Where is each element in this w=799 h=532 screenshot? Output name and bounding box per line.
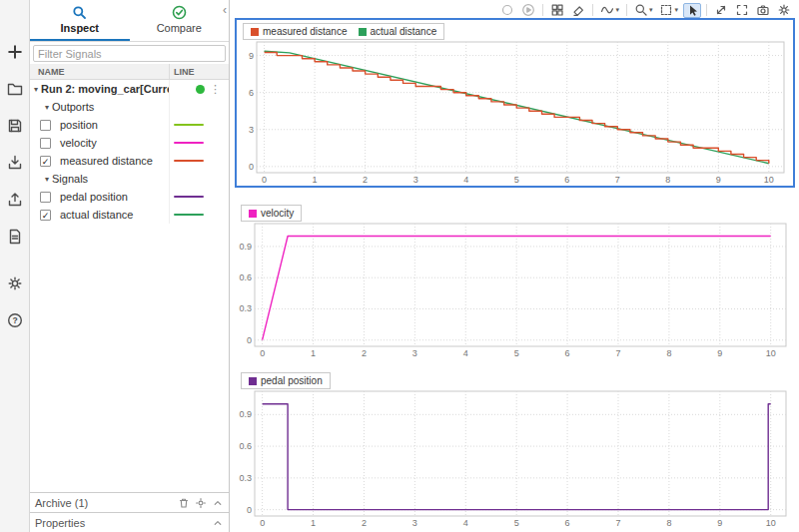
svg-text:10: 10 xyxy=(764,175,774,185)
svg-text:2: 2 xyxy=(362,348,367,358)
run-row[interactable]: ▾Run 2: moving_car[Current]⋮ xyxy=(30,80,229,98)
open-folder-icon xyxy=(6,80,24,98)
signal-checkbox[interactable] xyxy=(40,120,51,131)
legend-item[interactable]: pedal position xyxy=(249,375,323,386)
signal-row[interactable]: ✓actual distance xyxy=(30,206,229,224)
fullscreen-button[interactable] xyxy=(733,3,751,18)
signal-row[interactable]: ✓measured distance xyxy=(30,152,229,170)
signal-row[interactable]: velocity xyxy=(30,134,229,152)
run-label: Run 2: moving_car[Current] xyxy=(41,83,169,95)
chart-canvas[interactable]: 01234567891000.30.60.9 xyxy=(235,202,795,359)
legend-swatch-icon xyxy=(249,377,257,385)
signal-row[interactable]: pedal position xyxy=(30,188,229,206)
chevron-up-icon[interactable] xyxy=(212,497,224,509)
save-icon xyxy=(6,117,24,135)
help-icon: ? xyxy=(6,311,24,329)
plot-measured-vs-actual-distance[interactable]: measured distanceactual distance 0123456… xyxy=(235,18,795,188)
group-row-outports[interactable]: ▾Outports xyxy=(30,98,229,116)
signal-line-swatch xyxy=(174,160,204,162)
brush-button[interactable] xyxy=(569,3,587,18)
legend-item[interactable]: velocity xyxy=(249,208,294,219)
zoom-icon xyxy=(634,3,648,17)
preferences-gear-icon xyxy=(6,274,24,292)
filter-signals-input[interactable] xyxy=(33,45,226,62)
plot-settings-button[interactable] xyxy=(775,3,793,18)
column-header-name: NAME xyxy=(30,67,169,77)
layout-grid-icon xyxy=(550,3,564,17)
caret-down-icon[interactable]: ▾ xyxy=(34,85,38,94)
properties-label: Properties xyxy=(35,517,85,529)
svg-text:9: 9 xyxy=(717,348,722,358)
kebab-menu-icon[interactable]: ⋮ xyxy=(210,83,221,96)
caret-down-icon[interactable]: ▾ xyxy=(45,175,49,184)
snapshot-camera-icon xyxy=(756,3,770,17)
chart-canvas[interactable]: 01234567891000.30.60.9 xyxy=(235,369,795,529)
left-toolbar: ? xyxy=(0,0,30,532)
signal-checkbox[interactable]: ✓ xyxy=(40,156,51,167)
report-button[interactable] xyxy=(5,227,25,247)
signal-wave-button[interactable]: ▾ xyxy=(598,3,621,18)
add-button[interactable] xyxy=(5,42,25,62)
legend-swatch-icon xyxy=(249,210,257,218)
record-button[interactable] xyxy=(498,3,516,18)
preferences-button[interactable] xyxy=(5,273,25,293)
svg-text:4: 4 xyxy=(463,348,468,358)
save-button[interactable] xyxy=(5,116,25,136)
legend-label: velocity xyxy=(261,208,294,219)
svg-text:0: 0 xyxy=(247,505,252,515)
archive-settings-gear-icon[interactable] xyxy=(195,497,207,509)
play-icon xyxy=(521,3,535,17)
collapse-panel-chevron[interactable]: ‹ xyxy=(223,4,227,16)
signal-checkbox[interactable] xyxy=(40,138,51,149)
help-button[interactable]: ? xyxy=(5,310,25,330)
svg-text:7: 7 xyxy=(615,348,620,358)
signal-name: pedal position xyxy=(60,191,128,203)
pan-expand-icon xyxy=(714,3,728,17)
svg-text:3: 3 xyxy=(413,175,418,185)
group-label: Signals xyxy=(52,173,88,185)
pan-expand-button[interactable] xyxy=(712,3,730,18)
tab-compare[interactable]: Compare xyxy=(130,0,230,41)
signal-checkbox[interactable]: ✓ xyxy=(40,210,51,221)
tab-inspect[interactable]: Inspect xyxy=(30,0,130,41)
open-button[interactable] xyxy=(5,79,25,99)
toolbar-separator xyxy=(706,4,707,16)
snapshot-button[interactable] xyxy=(754,3,772,18)
svg-text:10: 10 xyxy=(766,348,776,358)
chevron-up-icon[interactable] xyxy=(212,517,224,529)
plot-pedal-position[interactable]: pedal position 01234567891000.30.60.9 xyxy=(235,369,795,529)
zoom-button[interactable]: ▾ xyxy=(632,3,655,18)
plot-velocity[interactable]: velocity 01234567891000.30.60.9 xyxy=(235,202,795,359)
svg-text:6: 6 xyxy=(565,518,570,528)
toolbar-separator xyxy=(542,4,543,16)
fit-view-button[interactable]: ▾ xyxy=(657,3,680,18)
svg-text:0: 0 xyxy=(260,518,265,528)
svg-text:?: ? xyxy=(12,315,17,325)
archive-label: Archive (1) xyxy=(35,497,88,509)
legend-swatch-icon xyxy=(359,28,367,36)
signal-checkbox[interactable] xyxy=(40,192,51,203)
cursor-button[interactable] xyxy=(683,3,701,18)
group-label: Outports xyxy=(52,101,94,113)
chart-canvas[interactable]: 0123456789100369 xyxy=(237,20,793,186)
signal-name: measured distance xyxy=(60,155,153,167)
svg-text:9: 9 xyxy=(716,175,721,185)
layout-button[interactable] xyxy=(548,3,566,18)
signal-line-swatch xyxy=(174,196,204,198)
signal-row[interactable]: position xyxy=(30,116,229,134)
legend-item[interactable]: measured distance xyxy=(251,26,348,37)
export-button[interactable] xyxy=(5,190,25,210)
group-row-signals[interactable]: ▾Signals xyxy=(30,170,229,188)
trash-icon[interactable] xyxy=(178,497,190,509)
caret-down-icon[interactable]: ▾ xyxy=(45,103,49,112)
svg-text:3: 3 xyxy=(412,348,417,358)
legend-item[interactable]: actual distance xyxy=(359,26,437,37)
tab-inspect-label: Inspect xyxy=(60,22,99,34)
archive-bar[interactable]: Archive (1) xyxy=(30,492,229,512)
import-button[interactable] xyxy=(5,153,25,173)
play-button[interactable] xyxy=(519,3,537,18)
svg-text:3: 3 xyxy=(249,125,254,135)
panel-empty-space xyxy=(30,224,229,492)
properties-bar[interactable]: Properties xyxy=(30,512,229,532)
svg-text:4: 4 xyxy=(463,175,468,185)
